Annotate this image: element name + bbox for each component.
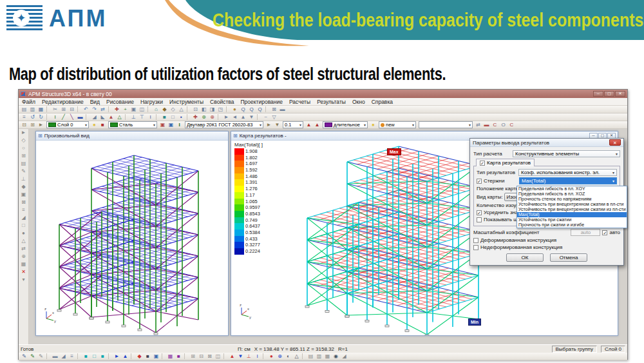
toolbar-icon[interactable]: ≡ xyxy=(20,113,28,121)
scale-factor-input[interactable]: auto xyxy=(571,229,600,236)
dropdown-item[interactable]: Устойчивость при внецентренном сжатии в … xyxy=(517,202,627,207)
toolbar-icon[interactable]: Q xyxy=(239,106,247,113)
toolbar-icon[interactable]: ► xyxy=(37,121,45,128)
loadcase-select[interactable]: new ▾ xyxy=(379,121,416,128)
toolbar-icon[interactable]: ▣ xyxy=(129,106,138,113)
toolbar-icon[interactable]: □ xyxy=(19,222,28,230)
dropdown-item[interactable]: Предельная гибкость в пл. XOY xyxy=(517,186,627,191)
toolbar-icon[interactable]: ╱ xyxy=(59,113,68,121)
toolbar-icon[interactable]: ◧ xyxy=(200,106,208,113)
toolbar-icon[interactable]: ⊞ xyxy=(59,106,68,113)
toolbar-icon[interactable]: ▽ xyxy=(270,113,278,121)
toolbar-icon[interactable]: C xyxy=(507,121,516,128)
toolbar-icon[interactable] xyxy=(131,353,134,359)
toolbar-icon[interactable]: ⊥ xyxy=(245,353,253,360)
toolbar-icon[interactable]: ■ xyxy=(82,353,90,360)
lightbulb-icon[interactable]: ● xyxy=(90,121,99,128)
toolbar-icon[interactable]: ⊕ xyxy=(200,113,208,121)
toolbar-icon[interactable]: ╲ xyxy=(68,113,76,121)
toolbar-icon[interactable]: ⊡ xyxy=(191,106,200,113)
toolbar-icon[interactable]: ◆ xyxy=(19,183,28,191)
toolbar-icon[interactable]: □ xyxy=(90,353,99,360)
toolbar-icon[interactable]: ↻ xyxy=(37,113,45,121)
toolbar-icon[interactable]: ● xyxy=(267,353,276,360)
toolbar-icon[interactable]: ▣ xyxy=(167,121,175,128)
toolbar-icon[interactable]: ● xyxy=(231,106,239,113)
toolbar-icon[interactable] xyxy=(265,106,269,112)
toolbar-icon[interactable] xyxy=(223,353,227,359)
close-icon[interactable]: ✕ xyxy=(609,139,621,146)
toolbar-icon[interactable]: ▦ xyxy=(166,353,175,360)
toolbar-icon[interactable]: ⊞ xyxy=(28,121,37,128)
toolbar-icon[interactable]: ✎ xyxy=(28,353,37,360)
toolbar-icon[interactable]: ▣ xyxy=(152,353,160,360)
toolbar-icon[interactable]: ⊠ xyxy=(19,199,28,206)
material-select[interactable]: Сталь ▾ xyxy=(108,121,157,128)
toolbar-icon[interactable]: ▥ xyxy=(28,106,37,113)
toolbar-icon[interactable]: ▤ xyxy=(307,353,315,360)
toolbar-icon[interactable] xyxy=(187,106,190,112)
toolbar-icon[interactable] xyxy=(156,114,159,120)
ratio-select[interactable]: 0.1 ▾ xyxy=(283,121,303,128)
toolbar-icon[interactable]: ◳ xyxy=(216,106,225,113)
toolbar-icon[interactable]: ≡ xyxy=(68,353,76,360)
menu-item[interactable]: Вид xyxy=(87,99,103,105)
wireframe-structure[interactable]: zyx xyxy=(36,141,228,335)
window-button[interactable]: ─ xyxy=(593,91,603,97)
menu-item[interactable]: Окно xyxy=(349,99,368,105)
calc-type-select[interactable]: Конструктивные элементы ▾ xyxy=(513,150,620,157)
toolbar-icon[interactable]: ⊠ xyxy=(205,353,214,360)
toolbar-icon[interactable]: ▼ xyxy=(247,113,256,121)
menu-item[interactable]: Нагрузки xyxy=(137,99,166,105)
toolbar-icon[interactable] xyxy=(147,106,151,112)
toolbar-icon[interactable]: ✕ xyxy=(19,268,28,276)
toolbar-icon[interactable]: ► xyxy=(222,113,231,121)
deformed-checkbox[interactable] xyxy=(473,238,478,243)
toolbar-icon[interactable]: ✎ xyxy=(20,353,28,360)
toolbar-icon[interactable] xyxy=(46,114,50,120)
toolbar-icon[interactable]: ▲ xyxy=(313,121,321,128)
toolbar-icon[interactable]: ■ xyxy=(160,113,169,121)
toolbar-icon[interactable]: I xyxy=(146,113,155,121)
toolbar-icon[interactable] xyxy=(187,114,190,120)
toolbar-icon[interactable]: ◢ xyxy=(19,214,28,222)
toolbar-icon[interactable]: ✎ xyxy=(19,168,28,175)
toolbar-icon[interactable]: ⇄ xyxy=(19,245,28,253)
dropdown-item[interactable]: Прочность стенок по напряжениям xyxy=(517,197,627,202)
toolbar-icon[interactable]: O xyxy=(499,121,507,128)
toolbar-icon[interactable]: ► xyxy=(265,121,273,128)
toolbar-icon[interactable]: ◢ xyxy=(340,353,348,360)
toolbar-icon[interactable]: C xyxy=(491,121,499,128)
toolbar-icon[interactable]: ▲ xyxy=(228,353,236,360)
toolbar-icon[interactable]: ▤ xyxy=(19,160,28,168)
toolbar-icon[interactable]: ✚ xyxy=(191,113,200,121)
toolbar-icon[interactable]: ~ xyxy=(261,113,270,121)
toolbar-icon[interactable]: ◐ xyxy=(284,353,292,360)
layer-select[interactable]: Слой 0 ▾ xyxy=(46,121,89,128)
toolbar-icon[interactable]: ▬ xyxy=(278,106,287,113)
toolbar-icon[interactable] xyxy=(226,106,229,112)
dropdown-item[interactable]: Прочность при сжатии и изгибе xyxy=(517,222,627,228)
toolbar-icon[interactable]: I xyxy=(253,353,261,360)
toolbar-icon[interactable] xyxy=(302,353,305,359)
toolbar-icon[interactable]: ⊥ xyxy=(19,175,28,183)
toolbar-icon[interactable]: ▼ xyxy=(236,353,245,360)
toolbar-icon[interactable]: △ xyxy=(19,237,28,245)
toolbar-icon[interactable]: ► xyxy=(113,353,121,360)
toolbar-icon[interactable]: ◫ xyxy=(138,106,146,113)
dropdown-item[interactable]: Max(Total) xyxy=(517,212,627,217)
toolbar-icon[interactable]: ▲ xyxy=(121,353,129,360)
window-button[interactable]: ✕ xyxy=(615,91,625,97)
empty-select[interactable]: ▾ xyxy=(419,121,473,128)
toolbar-icon[interactable]: △ xyxy=(115,113,124,121)
toolbar-icon[interactable]: ▬ xyxy=(482,121,491,128)
toolbar-icon[interactable]: ◫ xyxy=(214,353,222,360)
toolbar-icon[interactable]: □ xyxy=(169,113,177,121)
auto-checkbox[interactable] xyxy=(602,230,607,235)
toolbar-icon[interactable]: ⇄ xyxy=(99,106,107,113)
toolbar-icon[interactable]: ≡ xyxy=(19,206,28,214)
dropdown-item[interactable]: Устойчивость при внецентренном сжатии из… xyxy=(517,207,627,212)
toolbar-icon[interactable]: ↶ xyxy=(82,106,90,113)
toolbar-icon[interactable] xyxy=(77,353,80,359)
toolbar-icon[interactable]: ► xyxy=(19,129,28,137)
